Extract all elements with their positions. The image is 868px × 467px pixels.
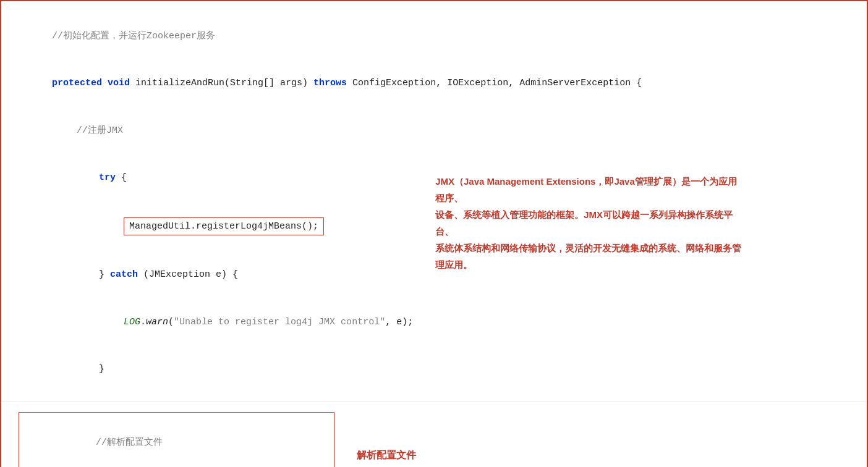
parse-config-code-box: //解析配置文件 ServerConfig config = new Serve…: [19, 412, 334, 467]
section-top: //初始化配置，并运行Zookeeper服务 protected void in…: [1, 1, 867, 402]
parse-annotation: 解析配置文件: [357, 449, 416, 462]
middle-row: //解析配置文件 ServerConfig config = new Serve…: [19, 412, 849, 467]
jmx-annotation-text: JMX（Java Management Extensions，即Java管理扩展…: [435, 173, 744, 273]
comment-jmx: //注册JMX: [19, 107, 849, 154]
catch-line: } catch (JMException e) {: [19, 251, 413, 299]
try-line: try {: [19, 154, 413, 202]
managed-util-line: ManagedUtil.registerLog4jMBeans();: [19, 201, 413, 251]
parse-config-box: //解析配置文件 ServerConfig config = new Serve…: [19, 412, 334, 467]
page-container: //初始化配置，并运行Zookeeper服务 protected void in…: [0, 0, 868, 467]
comment-init: //初始化配置，并运行Zookeeper服务: [19, 12, 849, 60]
jmx-annotation: JMX（Java Management Extensions，即Java管理扩展…: [435, 154, 744, 273]
log-warn-line: LOG.warn("Unable to register log4j JMX c…: [19, 298, 413, 346]
try-code-part: try { ManagedUtil.registerLog4jMBeans();…: [19, 154, 413, 393]
section-middle: //解析配置文件 ServerConfig config = new Serve…: [1, 402, 867, 467]
try-close-brace: }: [19, 346, 413, 393]
try-block-row: try { ManagedUtil.registerLog4jMBeans();…: [19, 154, 849, 393]
method-signature: protected void initializeAndRun(String[]…: [19, 60, 849, 107]
comment-parse: //解析配置文件: [29, 419, 324, 466]
